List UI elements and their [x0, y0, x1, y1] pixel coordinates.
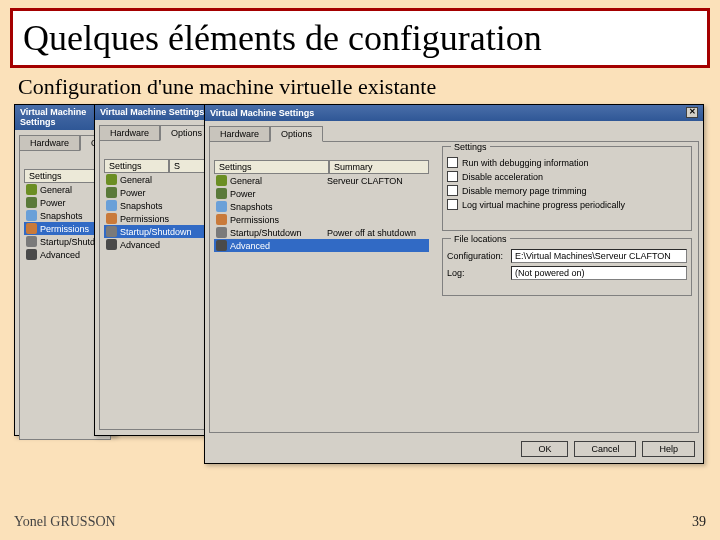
snap-icon	[26, 210, 37, 221]
tab-bar: Hardware Options	[205, 121, 703, 141]
ok-button[interactable]: OK	[521, 441, 568, 457]
checkbox-row[interactable]: Disable acceleration	[447, 171, 687, 182]
gear-icon	[106, 174, 117, 185]
col-summary: Summary	[329, 160, 429, 174]
settings-group: Settings Run with debugging informationD…	[442, 146, 692, 231]
settings-list[interactable]: Settings Summary GeneralServeur CLAFTONP…	[214, 160, 429, 252]
file-location-label: Log:	[447, 268, 507, 278]
checkbox-label: Run with debugging information	[462, 158, 589, 168]
list-item-label: Startup/Shutdown	[230, 228, 324, 238]
dialog-stack: Virtual Machine Settings Hardware Option…	[14, 104, 720, 474]
tab-hardware[interactable]: Hardware	[99, 125, 160, 141]
list-item-label: Permissions	[230, 215, 324, 225]
list-item-label: Power	[230, 189, 324, 199]
list-item-label: Advanced	[230, 241, 324, 251]
list-item-summary: Power off at shutdown	[327, 228, 427, 238]
close-icon[interactable]: ✕	[686, 107, 698, 118]
checkbox-icon[interactable]	[447, 185, 458, 196]
adv-icon	[216, 240, 227, 251]
list-item[interactable]: Startup/ShutdownPower off at shutdown	[214, 226, 429, 239]
list-item[interactable]: GeneralServeur CLAFTON	[214, 174, 429, 187]
checkbox-row[interactable]: Run with debugging information	[447, 157, 687, 168]
perm-icon	[26, 223, 37, 234]
dialog-titlebar[interactable]: Virtual Machine Settings ✕	[205, 105, 703, 121]
dialog-title: Virtual Machine Settings	[210, 108, 314, 118]
perm-icon	[216, 214, 227, 225]
file-locations-group: File locations Configuration:E:\Virtual …	[442, 238, 692, 296]
checkbox-icon[interactable]	[447, 199, 458, 210]
checkbox-icon[interactable]	[447, 171, 458, 182]
checkbox-label: Disable acceleration	[462, 172, 543, 182]
checkbox-icon[interactable]	[447, 157, 458, 168]
dialog-title: Virtual Machine Settings	[100, 107, 204, 117]
slide-footer-page: 39	[692, 514, 706, 530]
gear-icon	[26, 184, 37, 195]
settings-group-legend: Settings	[451, 142, 490, 152]
list-item[interactable]: Power	[214, 187, 429, 200]
col-settings: Settings	[214, 160, 329, 174]
help-button[interactable]: Help	[642, 441, 695, 457]
file-location-label: Configuration:	[447, 251, 507, 261]
file-location-value: (Not powered on)	[511, 266, 687, 280]
checkbox-row[interactable]: Log virtual machine progress periodicall…	[447, 199, 687, 210]
list-item[interactable]: Permissions	[214, 213, 429, 226]
slide-title-box: Quelques éléments de configuration	[10, 8, 710, 68]
adv-icon	[106, 239, 117, 250]
file-location-row: Log:(Not powered on)	[447, 266, 687, 280]
checkbox-row[interactable]: Disable memory page trimming	[447, 185, 687, 196]
slide-footer-author: Yonel GRUSSON	[14, 514, 116, 530]
checkbox-label: Disable memory page trimming	[462, 186, 587, 196]
list-item[interactable]: Advanced	[214, 239, 429, 252]
slide-subtitle: Configuration d'une machine virtuelle ex…	[18, 74, 708, 100]
startup-icon	[216, 227, 227, 238]
gear-icon	[216, 175, 227, 186]
checkbox-label: Log virtual machine progress periodicall…	[462, 200, 625, 210]
power-icon	[216, 188, 227, 199]
list-item-label: Snapshots	[230, 202, 324, 212]
file-locations-legend: File locations	[451, 234, 510, 244]
col-settings: Settings	[104, 159, 169, 173]
vm-settings-dialog-3: Virtual Machine Settings ✕ Hardware Opti…	[204, 104, 704, 464]
file-location-row: Configuration:E:\Virtual Machines\Serveu…	[447, 249, 687, 263]
tab-options[interactable]: Options	[270, 126, 323, 142]
list-item[interactable]: Snapshots	[214, 200, 429, 213]
perm-icon	[106, 213, 117, 224]
file-location-value: E:\Virtual Machines\Serveur CLAFTON	[511, 249, 687, 263]
cancel-button[interactable]: Cancel	[574, 441, 636, 457]
dialog-button-row: OK Cancel Help	[205, 437, 703, 461]
slide-title: Quelques éléments de configuration	[23, 17, 697, 59]
adv-icon	[26, 249, 37, 260]
startup-icon	[106, 226, 117, 237]
list-item-label: General	[230, 176, 324, 186]
list-item-summary: Serveur CLAFTON	[327, 176, 427, 186]
tab-panel: Settings Summary GeneralServeur CLAFTONP…	[209, 141, 699, 433]
startup-icon	[26, 236, 37, 247]
power-icon	[26, 197, 37, 208]
snap-icon	[216, 201, 227, 212]
tab-hardware[interactable]: Hardware	[19, 135, 80, 151]
power-icon	[106, 187, 117, 198]
tab-hardware[interactable]: Hardware	[209, 126, 270, 142]
snap-icon	[106, 200, 117, 211]
